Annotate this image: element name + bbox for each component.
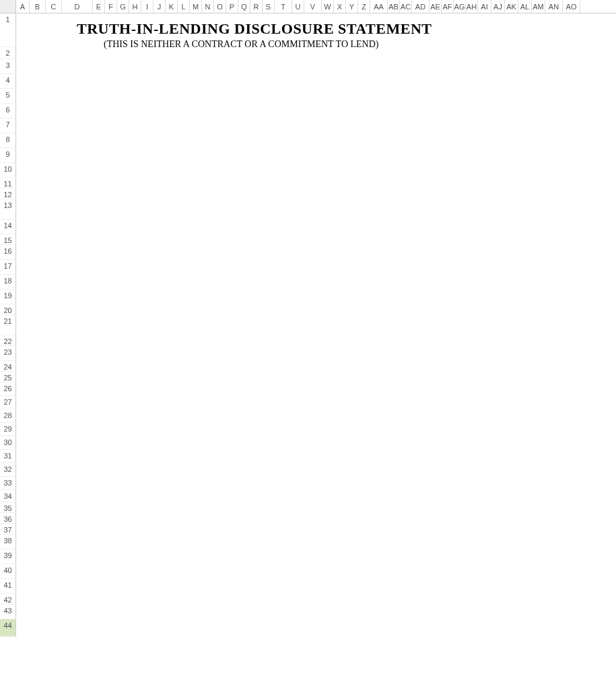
col-header-AK[interactable]: AK: [505, 0, 518, 13]
col-header-AG[interactable]: AG: [454, 0, 466, 13]
doc-subtitle: (THIS IS NEITHER A CONTRACT OR A COMMITM…: [104, 39, 616, 50]
col-header-D[interactable]: D: [62, 0, 93, 13]
col-header-U[interactable]: U: [292, 0, 304, 13]
col-header-E[interactable]: E: [93, 0, 105, 13]
col-header-AJ[interactable]: AJ: [491, 0, 505, 13]
col-header-B[interactable]: B: [30, 0, 46, 13]
col-header-AO[interactable]: AO: [563, 0, 580, 13]
col-header-V[interactable]: V: [304, 0, 322, 13]
col-header-K[interactable]: K: [166, 0, 178, 13]
col-header-H[interactable]: H: [129, 0, 141, 13]
col-header-X[interactable]: X: [334, 0, 346, 13]
col-header-S[interactable]: S: [263, 0, 275, 13]
select-all-corner[interactable]: [0, 0, 16, 13]
row-header-2[interactable]: 2: [0, 47, 16, 50]
col-header-AN[interactable]: AN: [545, 0, 563, 13]
col-header-AD[interactable]: AD: [412, 0, 430, 13]
col-header-M[interactable]: M: [190, 0, 202, 13]
col-header-N[interactable]: N: [202, 0, 214, 13]
row-header-1[interactable]: 1: [0, 13, 16, 47]
col-header-AF[interactable]: AF: [442, 0, 454, 13]
col-header-L[interactable]: L: [178, 0, 190, 13]
col-header-F[interactable]: F: [105, 0, 117, 13]
doc-title: TRUTH-IN-LENDING DISCLOSURE STATEMENT: [77, 20, 616, 38]
col-header-I[interactable]: I: [141, 0, 153, 13]
col-header-A[interactable]: A: [16, 0, 30, 13]
col-header-J[interactable]: J: [153, 0, 166, 13]
col-header-AH[interactable]: AH: [466, 0, 478, 13]
col-header-R[interactable]: R: [250, 0, 263, 13]
col-header-AM[interactable]: AM: [532, 0, 545, 13]
col-header-AB[interactable]: AB: [388, 0, 400, 13]
col-header-Y[interactable]: Y: [346, 0, 358, 13]
col-header-AL[interactable]: AL: [518, 0, 532, 13]
col-header-C[interactable]: C: [46, 0, 62, 13]
col-header-AA[interactable]: AA: [370, 0, 388, 13]
col-header-AI[interactable]: AI: [478, 0, 491, 13]
col-header-O[interactable]: O: [214, 0, 226, 13]
col-header-Z[interactable]: Z: [358, 0, 370, 13]
col-header-AE[interactable]: AE: [430, 0, 442, 13]
col-header-G[interactable]: G: [117, 0, 129, 13]
col-header-Q[interactable]: Q: [238, 0, 250, 13]
col-header-T[interactable]: T: [275, 0, 292, 13]
col-header-AC[interactable]: AC: [400, 0, 412, 13]
col-header-P[interactable]: P: [226, 0, 238, 13]
col-header-W[interactable]: W: [322, 0, 334, 13]
